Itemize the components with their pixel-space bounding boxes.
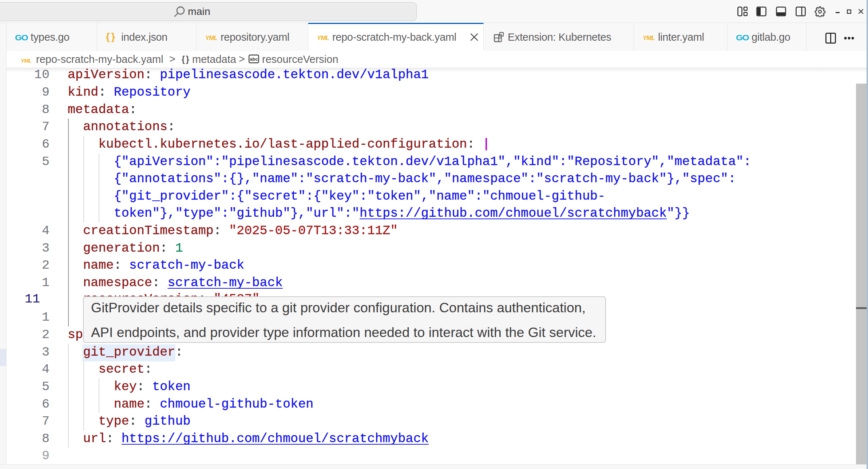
svg-text:abc: abc	[250, 56, 258, 62]
